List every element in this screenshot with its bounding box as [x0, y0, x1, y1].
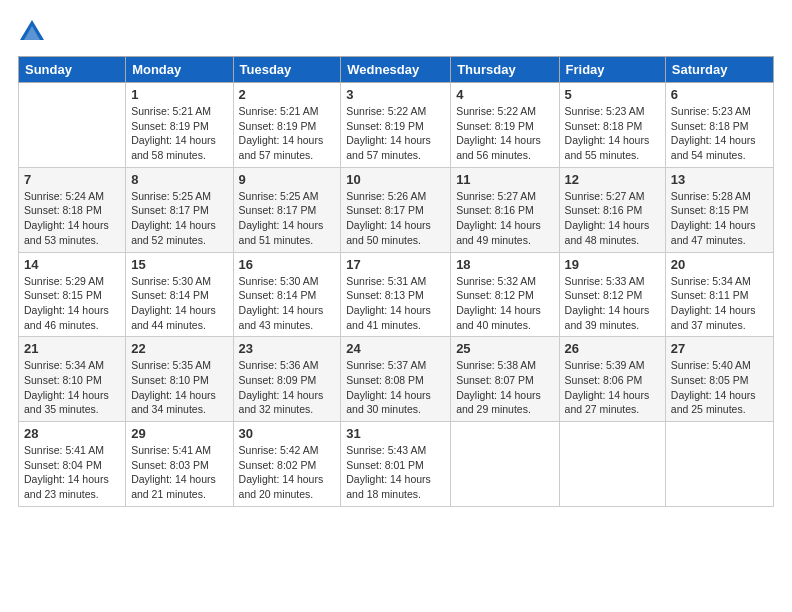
day-info: Sunrise: 5:25 AMSunset: 8:17 PMDaylight:…: [239, 189, 336, 248]
calendar-cell: 7Sunrise: 5:24 AMSunset: 8:18 PMDaylight…: [19, 167, 126, 252]
day-number: 4: [456, 87, 553, 102]
day-number: 5: [565, 87, 660, 102]
calendar-cell: 3Sunrise: 5:22 AMSunset: 8:19 PMDaylight…: [341, 83, 451, 168]
calendar-cell: 26Sunrise: 5:39 AMSunset: 8:06 PMDayligh…: [559, 337, 665, 422]
day-number: 27: [671, 341, 768, 356]
calendar-cell: 20Sunrise: 5:34 AMSunset: 8:11 PMDayligh…: [665, 252, 773, 337]
day-info: Sunrise: 5:41 AMSunset: 8:04 PMDaylight:…: [24, 443, 120, 502]
day-info: Sunrise: 5:30 AMSunset: 8:14 PMDaylight:…: [239, 274, 336, 333]
calendar-cell: 19Sunrise: 5:33 AMSunset: 8:12 PMDayligh…: [559, 252, 665, 337]
day-number: 8: [131, 172, 227, 187]
day-number: 28: [24, 426, 120, 441]
day-number: 29: [131, 426, 227, 441]
calendar-table: SundayMondayTuesdayWednesdayThursdayFrid…: [18, 56, 774, 507]
day-number: 10: [346, 172, 445, 187]
header-cell-friday: Friday: [559, 57, 665, 83]
day-number: 30: [239, 426, 336, 441]
day-info: Sunrise: 5:31 AMSunset: 8:13 PMDaylight:…: [346, 274, 445, 333]
week-row: 1Sunrise: 5:21 AMSunset: 8:19 PMDaylight…: [19, 83, 774, 168]
calendar-cell: 11Sunrise: 5:27 AMSunset: 8:16 PMDayligh…: [451, 167, 559, 252]
calendar-cell: 1Sunrise: 5:21 AMSunset: 8:19 PMDaylight…: [126, 83, 233, 168]
day-number: 25: [456, 341, 553, 356]
header-cell-sunday: Sunday: [19, 57, 126, 83]
day-number: 22: [131, 341, 227, 356]
day-number: 21: [24, 341, 120, 356]
day-number: 9: [239, 172, 336, 187]
day-number: 12: [565, 172, 660, 187]
calendar-cell: 6Sunrise: 5:23 AMSunset: 8:18 PMDaylight…: [665, 83, 773, 168]
calendar-cell: 13Sunrise: 5:28 AMSunset: 8:15 PMDayligh…: [665, 167, 773, 252]
calendar-cell: 2Sunrise: 5:21 AMSunset: 8:19 PMDaylight…: [233, 83, 341, 168]
calendar-cell: 12Sunrise: 5:27 AMSunset: 8:16 PMDayligh…: [559, 167, 665, 252]
calendar-cell: 4Sunrise: 5:22 AMSunset: 8:19 PMDaylight…: [451, 83, 559, 168]
calendar-cell: 23Sunrise: 5:36 AMSunset: 8:09 PMDayligh…: [233, 337, 341, 422]
header: [18, 18, 774, 46]
day-number: 31: [346, 426, 445, 441]
week-row: 28Sunrise: 5:41 AMSunset: 8:04 PMDayligh…: [19, 422, 774, 507]
header-cell-monday: Monday: [126, 57, 233, 83]
week-row: 7Sunrise: 5:24 AMSunset: 8:18 PMDaylight…: [19, 167, 774, 252]
day-info: Sunrise: 5:27 AMSunset: 8:16 PMDaylight:…: [456, 189, 553, 248]
header-cell-tuesday: Tuesday: [233, 57, 341, 83]
day-info: Sunrise: 5:25 AMSunset: 8:17 PMDaylight:…: [131, 189, 227, 248]
calendar-cell: 18Sunrise: 5:32 AMSunset: 8:12 PMDayligh…: [451, 252, 559, 337]
calendar-cell: 14Sunrise: 5:29 AMSunset: 8:15 PMDayligh…: [19, 252, 126, 337]
calendar-cell: 27Sunrise: 5:40 AMSunset: 8:05 PMDayligh…: [665, 337, 773, 422]
calendar-cell: [451, 422, 559, 507]
logo-icon: [18, 18, 46, 46]
day-info: Sunrise: 5:22 AMSunset: 8:19 PMDaylight:…: [456, 104, 553, 163]
calendar-cell: 25Sunrise: 5:38 AMSunset: 8:07 PMDayligh…: [451, 337, 559, 422]
day-number: 15: [131, 257, 227, 272]
day-number: 3: [346, 87, 445, 102]
header-row: SundayMondayTuesdayWednesdayThursdayFrid…: [19, 57, 774, 83]
calendar-cell: 17Sunrise: 5:31 AMSunset: 8:13 PMDayligh…: [341, 252, 451, 337]
day-info: Sunrise: 5:38 AMSunset: 8:07 PMDaylight:…: [456, 358, 553, 417]
day-info: Sunrise: 5:24 AMSunset: 8:18 PMDaylight:…: [24, 189, 120, 248]
day-number: 17: [346, 257, 445, 272]
day-info: Sunrise: 5:29 AMSunset: 8:15 PMDaylight:…: [24, 274, 120, 333]
day-info: Sunrise: 5:39 AMSunset: 8:06 PMDaylight:…: [565, 358, 660, 417]
calendar-cell: 24Sunrise: 5:37 AMSunset: 8:08 PMDayligh…: [341, 337, 451, 422]
calendar-cell: [665, 422, 773, 507]
day-number: 23: [239, 341, 336, 356]
day-info: Sunrise: 5:22 AMSunset: 8:19 PMDaylight:…: [346, 104, 445, 163]
day-info: Sunrise: 5:32 AMSunset: 8:12 PMDaylight:…: [456, 274, 553, 333]
week-row: 14Sunrise: 5:29 AMSunset: 8:15 PMDayligh…: [19, 252, 774, 337]
day-number: 20: [671, 257, 768, 272]
day-number: 19: [565, 257, 660, 272]
calendar-cell: 29Sunrise: 5:41 AMSunset: 8:03 PMDayligh…: [126, 422, 233, 507]
day-info: Sunrise: 5:40 AMSunset: 8:05 PMDaylight:…: [671, 358, 768, 417]
header-cell-thursday: Thursday: [451, 57, 559, 83]
day-info: Sunrise: 5:28 AMSunset: 8:15 PMDaylight:…: [671, 189, 768, 248]
header-cell-wednesday: Wednesday: [341, 57, 451, 83]
day-info: Sunrise: 5:21 AMSunset: 8:19 PMDaylight:…: [239, 104, 336, 163]
day-info: Sunrise: 5:27 AMSunset: 8:16 PMDaylight:…: [565, 189, 660, 248]
calendar-cell: 21Sunrise: 5:34 AMSunset: 8:10 PMDayligh…: [19, 337, 126, 422]
day-info: Sunrise: 5:23 AMSunset: 8:18 PMDaylight:…: [565, 104, 660, 163]
calendar-cell: 30Sunrise: 5:42 AMSunset: 8:02 PMDayligh…: [233, 422, 341, 507]
day-info: Sunrise: 5:33 AMSunset: 8:12 PMDaylight:…: [565, 274, 660, 333]
day-info: Sunrise: 5:34 AMSunset: 8:11 PMDaylight:…: [671, 274, 768, 333]
day-info: Sunrise: 5:21 AMSunset: 8:19 PMDaylight:…: [131, 104, 227, 163]
calendar-cell: 15Sunrise: 5:30 AMSunset: 8:14 PMDayligh…: [126, 252, 233, 337]
day-info: Sunrise: 5:42 AMSunset: 8:02 PMDaylight:…: [239, 443, 336, 502]
header-cell-saturday: Saturday: [665, 57, 773, 83]
day-number: 14: [24, 257, 120, 272]
day-info: Sunrise: 5:34 AMSunset: 8:10 PMDaylight:…: [24, 358, 120, 417]
calendar-cell: 8Sunrise: 5:25 AMSunset: 8:17 PMDaylight…: [126, 167, 233, 252]
calendar-cell: 10Sunrise: 5:26 AMSunset: 8:17 PMDayligh…: [341, 167, 451, 252]
day-number: 16: [239, 257, 336, 272]
day-info: Sunrise: 5:37 AMSunset: 8:08 PMDaylight:…: [346, 358, 445, 417]
day-info: Sunrise: 5:36 AMSunset: 8:09 PMDaylight:…: [239, 358, 336, 417]
calendar-cell: [19, 83, 126, 168]
calendar-cell: [559, 422, 665, 507]
logo: [18, 18, 50, 46]
day-info: Sunrise: 5:26 AMSunset: 8:17 PMDaylight:…: [346, 189, 445, 248]
day-info: Sunrise: 5:43 AMSunset: 8:01 PMDaylight:…: [346, 443, 445, 502]
day-number: 7: [24, 172, 120, 187]
day-number: 26: [565, 341, 660, 356]
page: SundayMondayTuesdayWednesdayThursdayFrid…: [0, 0, 792, 612]
day-number: 24: [346, 341, 445, 356]
calendar-cell: 28Sunrise: 5:41 AMSunset: 8:04 PMDayligh…: [19, 422, 126, 507]
calendar-cell: 16Sunrise: 5:30 AMSunset: 8:14 PMDayligh…: [233, 252, 341, 337]
